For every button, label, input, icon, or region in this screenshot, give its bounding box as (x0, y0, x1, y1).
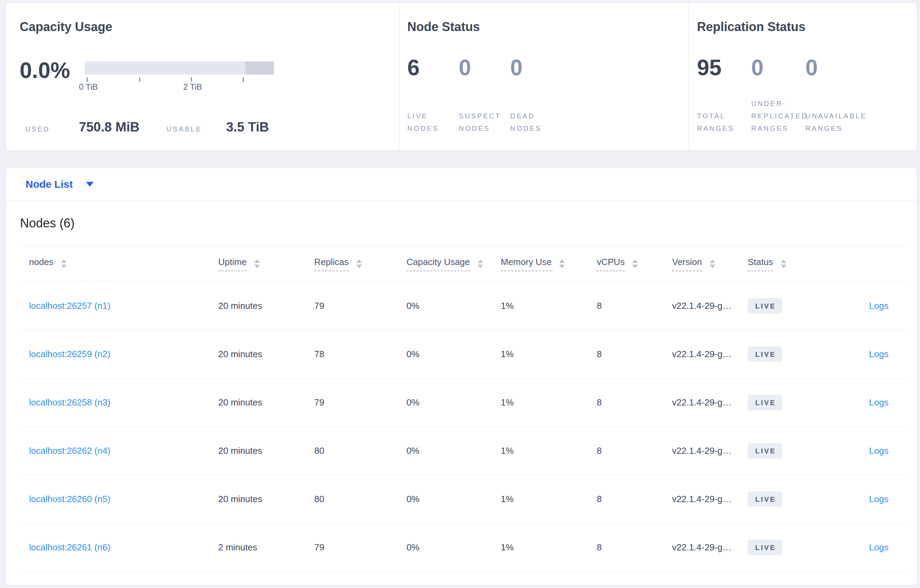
status-badge: LIVE (748, 346, 782, 362)
suspect-nodes-value: 0 (459, 55, 510, 81)
logs-link[interactable]: Logs (869, 446, 889, 456)
capacity-cell: 0% (407, 427, 501, 475)
capacity-usage-section: Capacity Usage 0.0% 0 TiB 2 TiB (6, 3, 399, 150)
sort-icon (356, 260, 362, 268)
node-link[interactable]: localhost:26260 (n5) (29, 494, 110, 504)
uptime-cell: 20 minutes (218, 330, 314, 378)
cluster-summary-card: Capacity Usage 0.0% 0 TiB 2 TiB (5, 2, 917, 151)
column-header-memory-use[interactable]: Memory Use (501, 246, 597, 282)
total-ranges-value: 95 (697, 55, 751, 81)
suspect-nodes-stat: 0 SUSPECT NODES (459, 55, 510, 134)
dead-nodes-value: 0 (510, 55, 562, 81)
capacity-bar-track (84, 61, 274, 74)
tick-0tib (87, 77, 88, 82)
replicas-cell: 79 (314, 523, 407, 572)
sort-icon (254, 260, 260, 268)
node-link[interactable]: localhost:26259 (n2) (29, 349, 110, 359)
node-link[interactable]: localhost:26257 (n1) (29, 300, 110, 311)
unavailable-ranges-stat: 0 UNAVAILABLE RANGES (805, 55, 860, 134)
sort-icon (61, 260, 66, 268)
capacity-cell: 0% (407, 378, 501, 427)
status-badge: LIVE (748, 298, 782, 314)
capacity-axis-labels: 0 TiB 2 TiB (84, 82, 274, 92)
dead-nodes-label: DEAD NODES (510, 110, 562, 134)
replication-status-title: Replication Status (697, 19, 917, 34)
capacity-cell: 0% (407, 475, 501, 523)
node-status-title: Node Status (408, 19, 688, 34)
logs-link[interactable]: Logs (869, 494, 889, 504)
status-cell: LIVE (748, 427, 828, 475)
column-header-version[interactable]: Version (672, 246, 748, 282)
sort-icon (632, 260, 638, 268)
sort-icon (710, 260, 715, 268)
column-header-uptime[interactable]: Uptime (218, 246, 314, 282)
chevron-down-icon (86, 182, 94, 187)
live-nodes-stat: 6 LIVE NODES (408, 55, 459, 134)
usable-label: USABLE (167, 125, 202, 133)
memory-cell: 1% (501, 523, 597, 572)
capacity-cell: 0% (407, 330, 501, 378)
version-cell: v22.1.4-29-g… (672, 330, 748, 378)
table-row: localhost:26260 (n5) 20 minutes 80 0% 1%… (21, 475, 907, 523)
replication-stats: 95 TOTAL RANGES 0 UNDER- REPLICATED RANG… (697, 55, 917, 134)
table-row: localhost:26261 (n6) 2 minutes 79 0% 1% … (21, 523, 907, 572)
tick-3tib (243, 77, 244, 82)
unavailable-ranges-label: UNAVAILABLE RANGES (805, 110, 860, 134)
usable-value: 3.5 TiB (226, 120, 269, 134)
node-status-section: Node Status 6 LIVE NODES 0 SUSPECT NODES… (399, 3, 688, 150)
status-cell: LIVE (748, 523, 828, 572)
vcpus-cell: 8 (597, 378, 672, 427)
status-badge: LIVE (748, 491, 782, 507)
column-header-status[interactable]: Status (748, 246, 828, 282)
nodes-table-heading: Nodes (6) (20, 216, 917, 231)
column-header-replicas[interactable]: Replicas (314, 246, 407, 282)
tick-label-0tib: 0 TiB (79, 82, 98, 92)
node-list-dropdown[interactable]: Node List (6, 168, 917, 201)
replicas-cell: 79 (314, 282, 407, 330)
nodes-table: nodes Uptime Replicas Capacity Usage Mem… (21, 246, 907, 572)
version-cell: v22.1.4-29-g… (672, 378, 748, 427)
sort-icon (781, 260, 786, 268)
status-cell: LIVE (748, 282, 828, 330)
status-badge: LIVE (748, 395, 782, 410)
vcpus-cell: 8 (597, 282, 672, 330)
version-cell: v22.1.4-29-g… (672, 282, 748, 330)
table-row: localhost:26259 (n2) 20 minutes 78 0% 1%… (21, 330, 907, 378)
logs-link[interactable]: Logs (869, 397, 889, 407)
column-header-capacity-usage[interactable]: Capacity Usage (407, 246, 501, 282)
table-row: localhost:26258 (n3) 20 minutes 79 0% 1%… (21, 378, 907, 427)
node-link[interactable]: localhost:26258 (n3) (29, 397, 110, 407)
status-cell: LIVE (748, 378, 828, 427)
column-header-nodes[interactable]: nodes (21, 246, 218, 282)
memory-cell: 1% (501, 378, 597, 427)
replicas-cell: 80 (314, 427, 407, 475)
status-cell: LIVE (748, 475, 828, 523)
node-link[interactable]: localhost:26262 (n4) (29, 446, 110, 456)
uptime-cell: 20 minutes (218, 475, 314, 523)
dead-nodes-stat: 0 DEAD NODES (510, 55, 562, 134)
logs-link[interactable]: Logs (869, 300, 889, 311)
column-header-vcpus[interactable]: vCPUs (597, 246, 672, 282)
unavailable-ranges-value: 0 (805, 55, 860, 81)
capacity-usage-title: Capacity Usage (20, 19, 399, 34)
logs-link[interactable]: Logs (869, 349, 889, 359)
replication-status-section: Replication Status 95 TOTAL RANGES 0 UND… (688, 3, 917, 150)
used-value: 750.8 MiB (79, 120, 139, 134)
logs-link[interactable]: Logs (869, 542, 889, 552)
table-row: localhost:26257 (n1) 20 minutes 79 0% 1%… (21, 282, 907, 330)
uptime-cell: 20 minutes (218, 378, 314, 427)
version-cell: v22.1.4-29-g… (672, 475, 748, 523)
table-row: localhost:26262 (n4) 20 minutes 80 0% 1%… (21, 427, 907, 475)
table-header-row: nodes Uptime Replicas Capacity Usage Mem… (21, 246, 907, 282)
memory-cell: 1% (501, 475, 597, 523)
memory-cell: 1% (501, 282, 597, 330)
node-link[interactable]: localhost:26261 (n6) (29, 542, 110, 552)
vcpus-cell: 8 (597, 523, 672, 572)
capacity-gauge: 0.0% 0 TiB 2 TiB (20, 57, 399, 92)
memory-cell: 1% (501, 330, 597, 378)
capacity-bar: 0 TiB 2 TiB (84, 61, 274, 92)
live-nodes-value: 6 (408, 55, 459, 81)
status-badge: LIVE (748, 540, 782, 555)
vcpus-cell: 8 (597, 330, 672, 378)
replicas-cell: 80 (314, 475, 407, 523)
